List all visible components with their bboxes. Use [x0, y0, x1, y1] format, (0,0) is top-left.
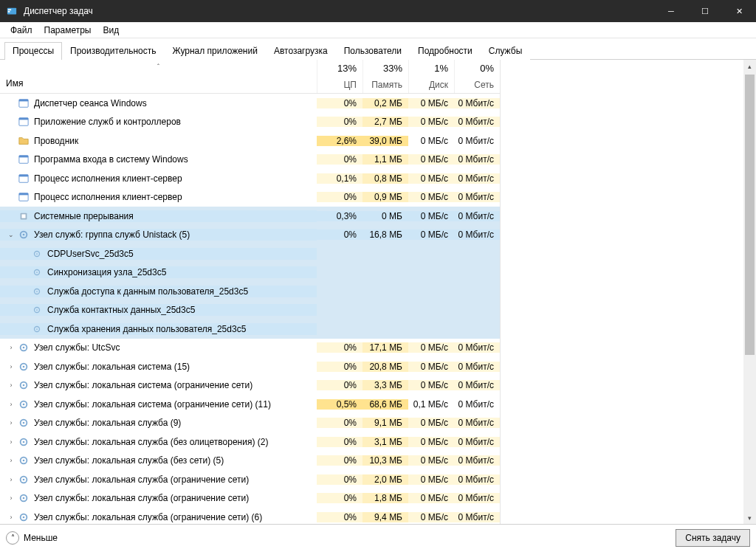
table-row[interactable]: ›Узел службы: локальная система (огранич… — [0, 395, 500, 414]
table-row[interactable]: Программа входа в систему Windows0%1,1 М… — [0, 151, 500, 170]
disk-value: 0 МБ/с — [408, 192, 454, 202]
column-cpu[interactable]: 13% ЦП — [317, 60, 362, 93]
svg-rect-6 — [19, 118, 28, 120]
end-task-button[interactable]: Снять задачу — [676, 529, 750, 547]
table-row[interactable]: ›Узел службы: локальная служба (ограниче… — [0, 489, 500, 508]
expand-toggle-icon[interactable]: ⌄ — [6, 231, 16, 238]
expand-toggle-icon[interactable]: › — [6, 494, 16, 502]
expand-toggle-icon[interactable]: › — [6, 438, 16, 446]
expand-toggle-icon[interactable]: › — [6, 363, 16, 370]
table-row[interactable]: Процесс исполнения клиент-сервер0,1%0,8 … — [0, 169, 500, 188]
tab-performance[interactable]: Производительность — [62, 42, 164, 60]
scroll-down-button[interactable]: ▾ — [743, 511, 756, 524]
process-name: Узел службы: UtcSvc — [34, 342, 120, 353]
tab-apphistory[interactable]: Журнал приложений — [165, 42, 266, 60]
table-row[interactable]: ⌄Узел служб: группа служб Unistack (5)0%… — [0, 226, 500, 245]
net-value: 0 Мбит/с — [454, 154, 500, 165]
table-row[interactable]: CDPUserSvc_25d3c5 — [0, 244, 500, 263]
table-row[interactable]: ›Узел службы: локальная система (огранич… — [0, 376, 500, 396]
scrollbar-thumb[interactable] — [745, 75, 755, 355]
expand-toggle-icon[interactable]: › — [6, 419, 16, 427]
net-value: 0 Мбит/с — [454, 418, 500, 428]
tab-users[interactable]: Пользователи — [336, 42, 410, 60]
gear-icon — [18, 474, 30, 486]
table-row[interactable]: ›Узел службы: локальная служба (ограниче… — [0, 470, 500, 489]
column-network[interactable]: 0% Сеть — [454, 60, 500, 93]
tab-services[interactable]: Службы — [481, 42, 530, 60]
column-name[interactable]: ˆ Имя — [0, 60, 317, 93]
cpu-label: ЦП — [343, 80, 357, 90]
table-row[interactable]: Приложение служб и контроллеров0%2,7 МБ0… — [0, 113, 500, 132]
table-row[interactable]: Проводник2,6%39,0 МБ0 МБ/с0 Мбит/с — [0, 131, 500, 151]
table-row[interactable]: Служба доступа к данным пользователя_25d… — [0, 282, 500, 301]
mem-value: 9,1 МБ — [362, 418, 408, 428]
disk-value: 0 МБ/с — [408, 437, 454, 447]
titlebar[interactable]: Диспетчер задач ─ ☐ ✕ — [0, 0, 756, 22]
column-name-label: Имя — [6, 78, 23, 89]
table-row[interactable]: Служба контактных данных_25d3c5 — [0, 301, 500, 320]
cpu-value: 0% — [317, 418, 362, 428]
mem-value: 3,1 МБ — [362, 437, 408, 447]
net-value: 0 Мбит/с — [454, 399, 500, 410]
table-row[interactable]: ›Узел службы: UtcSvc0%17,1 МБ0 МБ/с0 Мби… — [0, 339, 500, 358]
svc-icon — [31, 286, 43, 297]
right-empty-area: ▴ ▾ — [501, 60, 756, 524]
expand-toggle-icon[interactable]: › — [6, 476, 16, 483]
table-row[interactable]: Диспетчер сеанса Windows0%0,2 МБ0 МБ/с0 … — [0, 94, 500, 113]
table-header: ˆ Имя 13% ЦП 33% Память 1% Диск 0% Сеть — [0, 60, 500, 94]
window-icon — [18, 116, 30, 128]
menu-view[interactable]: Вид — [97, 24, 125, 37]
scroll-up-button[interactable]: ▴ — [743, 60, 756, 72]
table-row[interactable]: ›Узел службы: локальная служба (без сети… — [0, 452, 500, 471]
mem-value: 17,1 МБ — [362, 342, 408, 353]
svg-point-24 — [36, 309, 38, 311]
tab-details[interactable]: Подробности — [410, 42, 481, 60]
disk-percent: 1% — [434, 63, 448, 74]
mem-value: 0,9 МБ — [362, 192, 408, 202]
table-row[interactable]: ›Узел службы: локальная служба (ограниче… — [0, 508, 500, 524]
tab-startup[interactable]: Автозагрузка — [266, 42, 336, 60]
tab-processes[interactable]: Процессы — [4, 42, 62, 60]
table-row[interactable]: Системные прерывания0,3%0 МБ0 МБ/с0 Мбит… — [0, 207, 500, 226]
cpu-value: 0,5% — [317, 399, 362, 410]
table-row[interactable]: Синхронизация узла_25d3c5 — [0, 263, 500, 283]
cpu-value: 0% — [317, 380, 362, 390]
chevron-up-icon: ˄ — [6, 531, 19, 545]
expand-toggle-icon[interactable]: › — [6, 457, 16, 464]
expand-toggle-icon[interactable]: › — [6, 381, 16, 389]
table-row[interactable]: Процесс исполнения клиент-сервер0%0,9 МБ… — [0, 188, 500, 207]
gear-icon — [18, 229, 30, 241]
svg-point-30 — [23, 365, 25, 367]
expand-toggle-icon[interactable]: › — [6, 401, 16, 408]
fewer-details[interactable]: ˄ Меньше — [6, 531, 58, 545]
process-name: Узел службы: локальная система (ограниче… — [34, 380, 252, 390]
column-memory[interactable]: 33% Память — [362, 60, 408, 93]
process-name: Приложение служб и контроллеров — [34, 117, 181, 127]
svg-point-20 — [36, 272, 38, 273]
net-value: 0 Мбит/с — [454, 437, 500, 447]
table-row[interactable]: ›Узел службы: локальная служба (без олиц… — [0, 432, 500, 452]
process-name: Служба хранения данных пользователя_25d3… — [47, 324, 246, 334]
menu-options[interactable]: Параметры — [38, 24, 97, 37]
svg-point-40 — [23, 460, 25, 462]
table-row[interactable]: ›Узел службы: локальная система (15)0%20… — [0, 357, 500, 376]
close-button[interactable]: ✕ — [722, 0, 756, 22]
svg-point-36 — [23, 422, 25, 424]
minimize-button[interactable]: ─ — [654, 0, 688, 22]
cpu-value: 0% — [317, 229, 362, 240]
menu-file[interactable]: Файл — [4, 24, 38, 37]
scrollbar-track[interactable]: ▴ ▾ — [743, 60, 756, 524]
mem-value: 0 МБ — [362, 211, 408, 221]
svg-point-42 — [23, 478, 25, 480]
process-name: Узел службы: локальная служба (ограничен… — [34, 474, 249, 485]
gear-icon — [18, 342, 30, 353]
expand-toggle-icon[interactable]: › — [6, 344, 16, 351]
app-icon — [6, 5, 18, 17]
table-row[interactable]: ›Узел службы: локальная служба (9)0%9,1 … — [0, 414, 500, 433]
mem-value: 0,2 МБ — [362, 98, 408, 108]
maximize-button[interactable]: ☐ — [688, 0, 722, 22]
table-row[interactable]: Служба хранения данных пользователя_25d3… — [0, 320, 500, 339]
column-disk[interactable]: 1% Диск — [408, 60, 454, 93]
cpu-value: 0% — [317, 342, 362, 353]
expand-toggle-icon[interactable]: › — [6, 514, 16, 521]
